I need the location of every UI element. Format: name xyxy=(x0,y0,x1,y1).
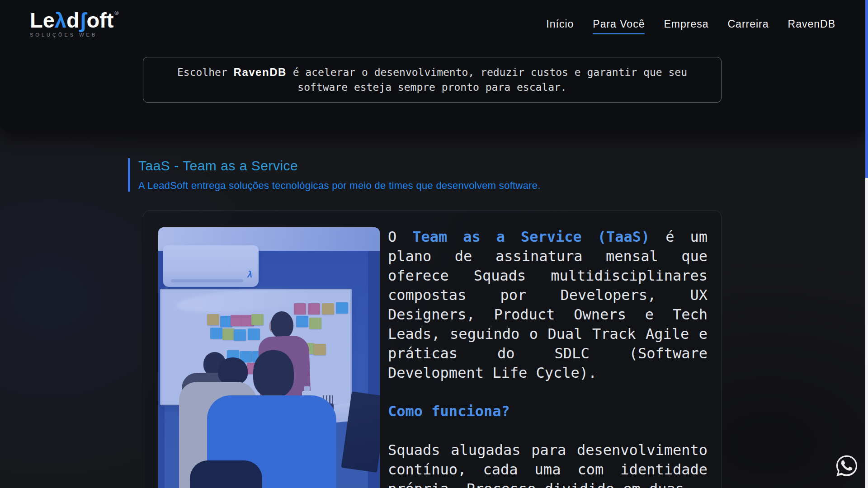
quote-text: Escolher xyxy=(177,66,234,78)
paragraph-squads: Squads alugadas para desenvolvimento con… xyxy=(388,441,708,488)
registered-trademark-icon: ® xyxy=(114,10,118,16)
meeting-photo: λ xyxy=(158,227,380,488)
logo-wordmark: Leλdʃoft® xyxy=(30,9,118,31)
nav-item-empresa[interactable]: Empresa xyxy=(664,18,708,34)
photo-blue-overlay xyxy=(158,227,380,488)
logo-part: oft xyxy=(86,8,113,32)
nav-item-inicio[interactable]: Início xyxy=(546,18,574,34)
leadsoft-logo[interactable]: Leλdʃoft® SOLUÇÕES WEB xyxy=(30,9,118,38)
site-header: Leλdʃoft® SOLUÇÕES WEB Início Para Você … xyxy=(0,0,868,132)
heading-como-funciona: Como funciona? xyxy=(388,402,708,421)
paragraph-highlight: Team as a Service (TaaS) xyxy=(412,228,650,245)
page-scrollbar[interactable] xyxy=(865,0,868,488)
ravendb-quote-box: Escolher RavenDB é acelerar o desenvolvi… xyxy=(143,57,722,103)
whatsapp-icon xyxy=(834,453,859,479)
quote-highlight-ravendb: RavenDB xyxy=(234,66,287,78)
page-title: TaaS - Team as a Service xyxy=(138,158,541,174)
logo-part: d xyxy=(66,8,80,32)
taas-content-card: λ xyxy=(143,210,722,488)
page-subtitle: A LeadSoft entrega soluções tecnológicas… xyxy=(138,180,541,192)
paragraph-text: é um plano de assinatura mensal que ofer… xyxy=(388,228,708,381)
scrollbar-thumb[interactable] xyxy=(865,0,868,178)
logo-lambda-glyph: λ xyxy=(55,8,66,32)
logo-part: Le xyxy=(30,8,55,32)
whatsapp-button[interactable] xyxy=(834,453,860,479)
nav-item-para-voce[interactable]: Para Você xyxy=(593,18,645,34)
taas-section-heading: TaaS - Team as a Service A LeadSoft entr… xyxy=(128,158,541,192)
logo-tagline: SOLUÇÕES WEB xyxy=(30,32,118,38)
paragraph-text: O xyxy=(388,228,412,245)
quote-text: é acelerar o desenvolvimento, reduzir cu… xyxy=(287,66,687,93)
taas-article: O Team as a Service (TaaS) é um plano de… xyxy=(388,227,708,488)
paragraph-taas: O Team as a Service (TaaS) é um plano de… xyxy=(388,227,708,383)
nav-item-ravendb[interactable]: RavenDB xyxy=(788,18,835,34)
nav-item-carreira[interactable]: Carreira xyxy=(727,18,769,34)
main-nav: Início Para Você Empresa Carreira RavenD… xyxy=(546,18,835,34)
logo-esh-glyph: ʃ xyxy=(80,8,87,32)
